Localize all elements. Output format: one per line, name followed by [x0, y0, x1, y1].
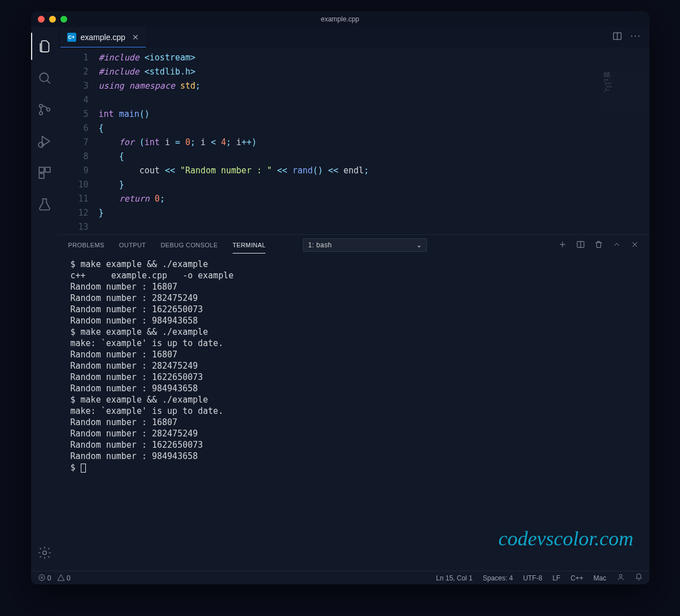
- status-indentation[interactable]: Spaces: 4: [483, 574, 513, 582]
- window-controls: [38, 16, 67, 23]
- panel-tab-terminal[interactable]: TERMINAL: [233, 237, 266, 254]
- status-encoding[interactable]: UTF-8: [523, 574, 542, 582]
- svg-point-4: [46, 108, 49, 111]
- trash-icon[interactable]: [594, 240, 603, 250]
- titlebar[interactable]: example.cpp: [31, 11, 650, 27]
- svg-point-10: [42, 551, 46, 555]
- svg-rect-7: [45, 167, 50, 172]
- explorer-icon[interactable]: [31, 33, 58, 60]
- chevron-up-icon[interactable]: [612, 240, 621, 250]
- cpp-file-icon: C+: [67, 33, 76, 42]
- terminal-selector[interactable]: 1: bash ⌄: [303, 238, 427, 252]
- chevron-down-icon: ⌄: [416, 241, 422, 249]
- line-numbers: 12345678910111213: [58, 51, 99, 234]
- terminal-selector-label: 1: bash: [308, 241, 332, 249]
- new-terminal-icon[interactable]: [558, 240, 567, 250]
- status-warnings[interactable]: 0: [57, 574, 71, 582]
- panel-tab-output[interactable]: OUTPUT: [119, 237, 146, 253]
- svg-rect-8: [39, 173, 44, 178]
- close-tab-icon[interactable]: ✕: [132, 33, 139, 42]
- status-os[interactable]: Mac: [594, 574, 607, 582]
- testing-icon[interactable]: [31, 191, 58, 218]
- split-terminal-icon[interactable]: [576, 240, 585, 250]
- activity-bar: [31, 27, 58, 571]
- bottom-panel: PROBLEMS OUTPUT DEBUG CONSOLE TERMINAL 1…: [58, 234, 650, 571]
- svg-line-1: [47, 80, 50, 83]
- panel-tabbar: PROBLEMS OUTPUT DEBUG CONSOLE TERMINAL 1…: [58, 235, 650, 255]
- debug-icon[interactable]: [31, 128, 58, 155]
- status-language[interactable]: C++: [570, 574, 583, 582]
- settings-gear-icon[interactable]: [31, 539, 58, 566]
- svg-point-5: [38, 142, 43, 147]
- close-window-button[interactable]: [38, 16, 45, 23]
- extensions-icon[interactable]: [31, 159, 58, 186]
- more-actions-icon[interactable]: ···: [630, 31, 641, 43]
- maximize-window-button[interactable]: [60, 16, 67, 23]
- feedback-icon[interactable]: [617, 573, 625, 583]
- editor[interactable]: 12345678910111213 #include <iostream>#in…: [58, 47, 650, 234]
- window-title: example.cpp: [321, 15, 359, 23]
- svg-point-22: [619, 574, 622, 577]
- status-eol[interactable]: LF: [552, 574, 560, 582]
- notifications-bell-icon[interactable]: [635, 573, 643, 583]
- terminal-output[interactable]: $ make example && ./examplec++ example.c…: [58, 255, 650, 571]
- tab-example-cpp[interactable]: C+ example.cpp ✕: [60, 27, 146, 47]
- code-area[interactable]: #include <iostream>#include <stdlib.h>us…: [99, 51, 650, 234]
- svg-point-3: [39, 112, 42, 115]
- search-icon[interactable]: [31, 64, 58, 91]
- close-panel-icon[interactable]: [630, 240, 639, 250]
- split-editor-icon[interactable]: [612, 31, 622, 43]
- vscode-window: example.cpp C+ example.cpp ✕ ···: [31, 11, 650, 584]
- svg-rect-6: [39, 167, 44, 172]
- svg-point-0: [40, 73, 48, 81]
- editor-tabs: C+ example.cpp ✕ ···: [58, 27, 650, 47]
- status-bar: 0 0 Ln 15, Col 1 Spaces: 4 UTF-8 LF C++ …: [31, 571, 650, 584]
- svg-point-2: [39, 104, 42, 107]
- panel-tab-problems[interactable]: PROBLEMS: [68, 237, 104, 253]
- tab-filename: example.cpp: [81, 33, 125, 42]
- minimap[interactable]: ███ ███████ ██████ ███ ████ ████ ██ ██ █…: [602, 70, 647, 110]
- minimize-window-button[interactable]: [49, 16, 56, 23]
- status-cursor-position[interactable]: Ln 15, Col 1: [436, 574, 473, 582]
- status-errors[interactable]: 0: [38, 574, 51, 582]
- panel-tab-debug-console[interactable]: DEBUG CONSOLE: [160, 237, 217, 253]
- source-control-icon[interactable]: [31, 96, 58, 123]
